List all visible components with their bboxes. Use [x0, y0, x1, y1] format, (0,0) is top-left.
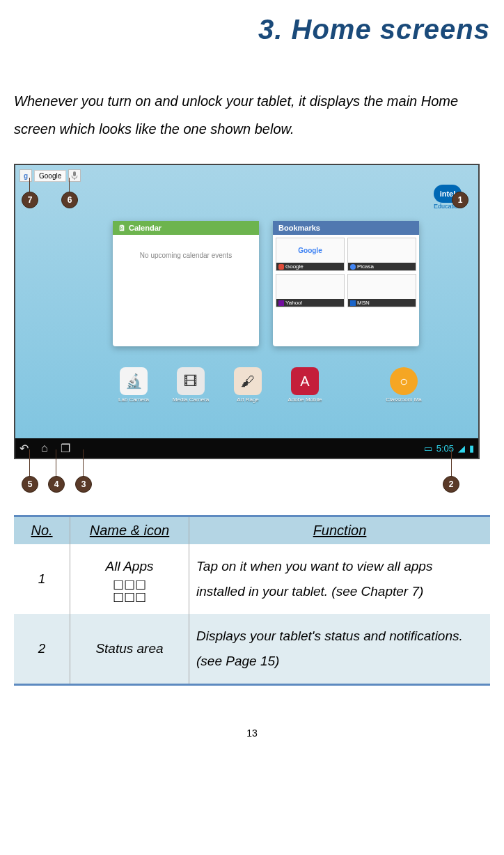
calendar-title: Calendar — [129, 224, 162, 232]
chapter-title: 3. Home screens — [14, 14, 490, 45]
status-area: ▭ 5:05 ◢ ▮ — [424, 443, 474, 454]
callout-6: 6 — [61, 192, 78, 208]
calendar-empty-text: No upcoming calendar events — [113, 235, 259, 259]
recent-apps-icon: ❐ — [61, 442, 70, 455]
intro-paragraph: Whenever you turn on and unlock your tab… — [14, 87, 490, 143]
callout-3: 3 — [75, 476, 92, 493]
calendar-icon: 🗓 — [118, 224, 126, 232]
table-header-no: No. — [14, 516, 70, 545]
storage-icon: ▭ — [424, 443, 432, 454]
row1-no: 1 — [14, 544, 70, 614]
dock-classroom: ○ Classroom Ma — [383, 367, 425, 403]
all-apps-icon: ☐☐☐ ☐☐☐ — [77, 579, 182, 604]
google-search-text: Google — [34, 170, 66, 182]
callout-1: 1 — [452, 192, 468, 208]
bookmark-yahoo: Yahoo! — [276, 274, 345, 307]
battery-icon: ▮ — [469, 443, 474, 454]
dock-media-camera: 🎞 Media Camera — [170, 367, 212, 403]
bookmarks-title: Bookmarks — [273, 221, 419, 235]
row1-func: Tap on it when you want to view all apps… — [189, 544, 491, 614]
wifi-icon: ◢ — [458, 443, 465, 454]
dock-artrage: 🖌 Art Rage — [227, 367, 269, 403]
dock-adobe: A Adobe Mobile — [284, 367, 326, 403]
home-icon: ⌂ — [41, 442, 48, 454]
table-row: 2 Status area Displays your tablet's sta… — [14, 614, 490, 685]
row2-name: Status area — [70, 614, 189, 685]
callout-4: 4 — [48, 476, 65, 493]
table-header-name: Name & icon — [70, 516, 189, 545]
row2-func: Displays your tablet's status and notifi… — [189, 614, 491, 685]
back-icon: ↶ — [19, 442, 29, 455]
voice-search-icon — [68, 169, 81, 182]
dock-lab-camera: 🔬 Lab Camera — [113, 367, 155, 403]
calendar-widget: 🗓 Calendar No upcoming calendar events — [113, 221, 259, 346]
google-g-icon: g — [19, 169, 32, 182]
bookmark-picasa: Picasa — [347, 238, 416, 271]
home-screen-figure: g Google 7 6 intel Education 1 🗓 Calenda… — [14, 164, 480, 459]
callout-5: 5 — [22, 476, 38, 493]
callout-7: 7 — [22, 192, 38, 208]
nav-bar: ↶ ⌂ ❐ ▭ 5:05 ◢ ▮ — [15, 438, 478, 458]
dock-row: 🔬 Lab Camera 🎞 Media Camera 🖌 Art Rage A… — [113, 367, 425, 403]
table-row: 1 All Apps ☐☐☐ ☐☐☐ Tap on it when you wa… — [14, 544, 490, 614]
bookmarks-widget: Bookmarks Google Google Picasa Yahoo! MS… — [273, 221, 419, 346]
callout-2: 2 — [443, 476, 459, 493]
bookmark-google: Google Google — [276, 238, 345, 271]
bookmark-msn: MSN — [347, 274, 416, 307]
row1-name: All Apps ☐☐☐ ☐☐☐ — [70, 544, 189, 614]
table-header-function: Function — [189, 516, 491, 545]
row2-no: 2 — [14, 614, 70, 685]
reference-table: No. Name & icon Function 1 All Apps ☐☐☐ … — [14, 515, 490, 686]
svg-rect-0 — [73, 171, 76, 176]
page-number: 13 — [14, 727, 490, 739]
